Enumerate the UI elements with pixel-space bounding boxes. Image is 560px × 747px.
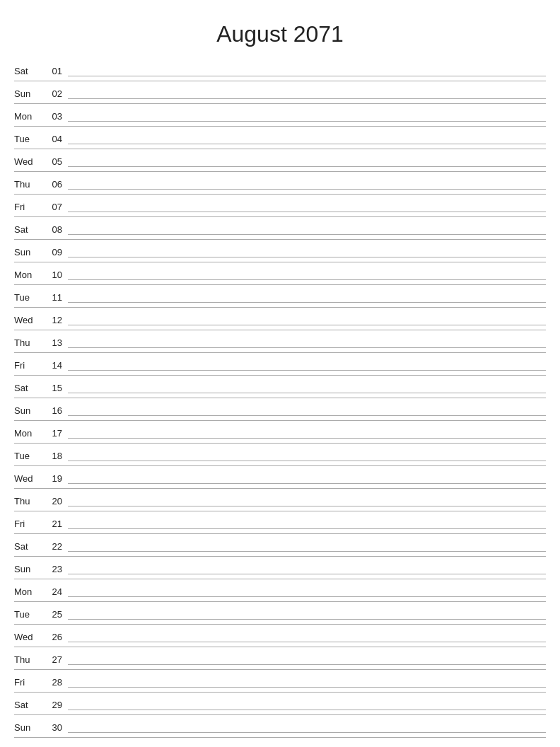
calendar-row: Thu06 (14, 175, 546, 195)
day-number: 17 (42, 428, 62, 440)
day-name: Wed (14, 156, 42, 168)
day-number: 22 (42, 541, 62, 553)
day-name: Fri (14, 519, 42, 531)
calendar-row: Mon10 (14, 265, 546, 285)
calendar-row: Tue25 (14, 605, 546, 625)
calendar-row: Wed19 (14, 469, 546, 489)
day-name: Mon (14, 270, 42, 282)
day-line (68, 166, 546, 167)
day-line (68, 461, 546, 461)
day-line (68, 98, 546, 99)
calendar-row: Wed12 (14, 311, 546, 330)
day-name: Fri (14, 202, 42, 214)
calendar-row: Sat29 (14, 695, 546, 715)
calendar-row: Sat15 (14, 378, 546, 398)
day-number: 28 (42, 677, 62, 689)
calendar-row: Tue04 (14, 129, 546, 149)
calendar-row: Fri07 (14, 197, 546, 217)
calendar-row: Sun02 (14, 84, 546, 104)
day-name: Thu (14, 179, 42, 191)
day-name: Wed (14, 632, 42, 644)
day-name: Wed (14, 315, 42, 327)
calendar-row: Sun09 (14, 243, 546, 262)
day-name: Thu (14, 654, 42, 666)
day-line (68, 257, 546, 257)
day-line (68, 121, 546, 122)
day-name: Tue (14, 451, 42, 463)
day-number: 24 (42, 586, 62, 598)
day-line (68, 302, 546, 303)
day-line (68, 234, 546, 235)
day-number: 20 (42, 496, 62, 508)
day-name: Mon (14, 586, 42, 598)
day-number: 15 (42, 383, 62, 395)
day-name: Sun (14, 88, 42, 100)
calendar-row: Fri28 (14, 673, 546, 693)
calendar-row: Thu20 (14, 492, 546, 511)
day-line (68, 506, 546, 506)
day-number: 30 (42, 722, 62, 734)
calendar-row: Fri21 (14, 514, 546, 534)
day-number: 07 (42, 202, 62, 214)
calendar-grid: Sat01Sun02Mon03Tue04Wed05Thu06Fri07Sat08… (14, 62, 546, 747)
day-line (68, 551, 546, 552)
day-name: Sat (14, 66, 42, 78)
calendar-row: Sat08 (14, 220, 546, 240)
day-line (68, 212, 546, 212)
day-number: 03 (42, 111, 62, 123)
calendar-row: Wed05 (14, 152, 546, 172)
day-name: Sat (14, 700, 42, 712)
day-number: 18 (42, 451, 62, 463)
day-line (68, 528, 546, 529)
calendar-row: Sat22 (14, 537, 546, 557)
day-line (68, 325, 546, 325)
day-number: 12 (42, 315, 62, 327)
calendar-row: Mon24 (14, 582, 546, 602)
day-name: Mon (14, 428, 42, 440)
day-line (68, 732, 546, 733)
day-line (68, 189, 546, 190)
day-name: Sun (14, 722, 42, 734)
calendar-row: Mon03 (14, 107, 546, 127)
day-name: Wed (14, 473, 42, 485)
day-line (68, 619, 546, 620)
day-number: 19 (42, 473, 62, 485)
day-number: 14 (42, 360, 62, 372)
day-line (68, 76, 546, 76)
calendar-row: Sat01 (14, 62, 546, 81)
day-number: 29 (42, 700, 62, 712)
day-line (68, 483, 546, 484)
day-line (68, 596, 546, 597)
day-line (68, 393, 546, 393)
day-number: 27 (42, 654, 62, 666)
day-number: 06 (42, 179, 62, 191)
day-number: 16 (42, 405, 62, 417)
day-line (68, 438, 546, 439)
page-title: August 2071 (14, 14, 546, 47)
day-name: Tue (14, 134, 42, 146)
day-line (68, 144, 546, 144)
day-number: 08 (42, 224, 62, 236)
day-name: Fri (14, 677, 42, 689)
calendar-row: Tue18 (14, 446, 546, 466)
calendar-row: Sun30 (14, 718, 546, 738)
day-line (68, 664, 546, 665)
day-name: Fri (14, 360, 42, 372)
day-number: 25 (42, 609, 62, 621)
day-number: 01 (42, 66, 62, 78)
day-line (68, 415, 546, 416)
day-number: 05 (42, 156, 62, 168)
day-name: Tue (14, 609, 42, 621)
day-line (68, 574, 546, 574)
calendar-row: Thu27 (14, 650, 546, 670)
day-number: 04 (42, 134, 62, 146)
calendar-row: Fri14 (14, 356, 546, 376)
day-number: 26 (42, 632, 62, 644)
day-line (68, 687, 546, 688)
day-name: Thu (14, 496, 42, 508)
day-number: 13 (42, 337, 62, 349)
day-name: Sun (14, 405, 42, 417)
day-name: Tue (14, 292, 42, 304)
day-number: 21 (42, 519, 62, 531)
calendar-row: Sun16 (14, 401, 546, 421)
